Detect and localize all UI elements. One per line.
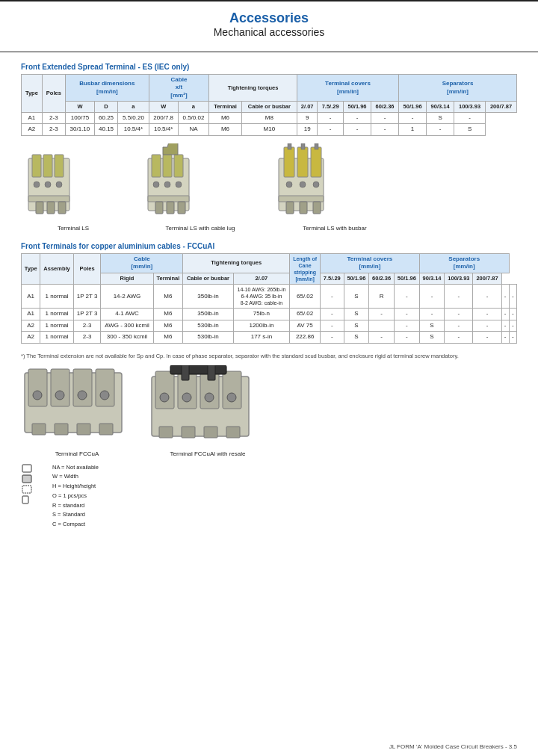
svg-rect-68 (22, 496, 28, 504)
svg-rect-53 (223, 371, 241, 409)
svg-rect-28 (315, 143, 318, 149)
table-row: A1 1 normal 1P 2T 3 4-1 AWC M6 350lb-in … (22, 309, 517, 320)
svg-rect-55 (182, 365, 189, 380)
legend-icon-svg (21, 463, 45, 504)
svg-rect-1 (32, 155, 41, 177)
image-terminal-ls-busbar: Terminal LS with busbar (275, 143, 395, 232)
col-tightening-group: Tightening torques (209, 75, 297, 102)
col2-type: Type (22, 253, 40, 284)
terminal-fccua-svg (21, 365, 133, 447)
legend-inner: NA = Not available W = Width H = Height/… (21, 463, 517, 530)
images-row-2: Terminal FCCuA Terminal FCCuAl with res (0, 365, 538, 457)
svg-rect-26 (288, 143, 291, 149)
svg-rect-5 (36, 202, 43, 214)
col2-100393: 100/3.93 (445, 273, 473, 285)
terminal-ls-busbar-svg (275, 143, 395, 222)
svg-rect-6 (47, 202, 55, 214)
legend-item-w: W = Width (52, 472, 99, 482)
svg-rect-64 (226, 427, 240, 438)
col-100393: 100/3.93 (454, 102, 486, 113)
svg-rect-30 (286, 202, 294, 214)
svg-point-34 (300, 182, 306, 188)
svg-rect-27 (301, 143, 305, 149)
svg-rect-7 (58, 202, 66, 214)
col2-cable-group: Cable[mm/in] (101, 253, 183, 273)
col-a2: a (178, 102, 209, 113)
col2-s50196: 50/1.96 (394, 273, 419, 285)
col2-60236: 60/2.36 (369, 273, 395, 285)
svg-point-8 (34, 182, 40, 188)
col-terminal-group: Terminal covers[mm/in] (297, 75, 398, 102)
image-terminal-ls-cable: Terminal LS with cable lug (140, 143, 260, 232)
col2-7529: 7.5/.29 (321, 273, 344, 285)
svg-point-9 (45, 182, 51, 188)
col2-rigid: Rigid (101, 273, 153, 285)
svg-rect-32 (313, 202, 321, 214)
images-row-1: Terminal LS Terminal LS with cable lug (0, 143, 538, 232)
col2-separators-group: Separators[mm/in] (419, 253, 509, 273)
header-divider (0, 52, 538, 52)
svg-rect-40 (96, 369, 114, 406)
col-poles: Poles (42, 75, 65, 113)
col-separators-group: Separators[mm/in] (399, 75, 517, 102)
svg-rect-17 (167, 202, 174, 214)
main-title: Accessories (0, 10, 538, 26)
footnote: *) The Terminal extension are not availa… (0, 351, 538, 361)
table-row: A1 1 normal 1P 2T 3 14-2 AWG M6 350lb-in… (22, 285, 517, 309)
svg-point-20 (164, 182, 170, 188)
col2-tightening-group: Tightening torques (183, 253, 290, 273)
svg-rect-50 (155, 371, 174, 409)
col-terminal: Terminal (209, 102, 242, 113)
col-200787: 200/7.87 (486, 102, 517, 113)
section2-title: Front Terminals for copper aluminium cab… (21, 242, 517, 250)
page-header: Accessories Mechanical accessories (0, 10, 538, 38)
svg-point-21 (176, 182, 182, 188)
svg-rect-15 (148, 196, 189, 202)
table-row: A2 2-3 30/1.10 40.15 10.5/4* 10.5/4* NA … (22, 124, 517, 135)
terminal-fccual-resale-svg (148, 365, 268, 447)
col-207: 2/.07 (297, 102, 317, 113)
svg-rect-13 (163, 155, 172, 177)
svg-rect-29 (279, 196, 324, 202)
col-a: a (118, 102, 149, 113)
col-type: Type (22, 75, 43, 113)
svg-point-59 (205, 393, 214, 402)
svg-rect-24 (297, 147, 308, 177)
svg-rect-3 (55, 155, 64, 177)
col-busbar-group: Busbar dimensions[mm/in] (65, 75, 149, 102)
col2-200787: 200/7.87 (473, 273, 501, 285)
svg-rect-31 (300, 202, 307, 214)
image-label-terminal-ls-cable: Terminal LS with cable lug (166, 225, 235, 232)
col-D: D (94, 102, 117, 113)
svg-rect-25 (311, 147, 321, 177)
image-label-terminal-ls: Terminal LS (58, 225, 89, 232)
table-row: A1 2-3 100/75 60.25 5.5/0.20 200/7.8 0.5… (22, 112, 517, 123)
image-label-terminal-ls-busbar: Terminal LS with busbar (303, 225, 366, 232)
col-60236: 60/2.36 (371, 102, 399, 113)
svg-rect-23 (284, 147, 294, 177)
image-terminal-fccual-resale: Terminal FCCuAl with resale (148, 365, 268, 457)
svg-point-43 (78, 391, 87, 400)
legend-item-c: C = Compact (52, 520, 99, 530)
svg-rect-61 (159, 427, 173, 438)
col2-90314: 90/3.14 (419, 273, 445, 285)
col-cable-busbar: Cable or busbar (241, 102, 297, 113)
image-label-fccual-resale: Terminal FCCuAl with resale (170, 450, 246, 457)
svg-point-10 (56, 182, 62, 188)
section1-title: Front Extended Spread Terminal - ES (IEC… (21, 63, 517, 71)
terminal-ls-cable-svg (140, 143, 260, 222)
svg-rect-63 (204, 427, 217, 438)
svg-rect-2 (43, 155, 52, 177)
section2: Front Terminals for copper aluminium cab… (0, 242, 538, 344)
svg-point-57 (160, 393, 169, 402)
legend-item-r: R = standard (52, 501, 99, 511)
svg-rect-56 (208, 365, 215, 380)
col-90314: 90/3.14 (427, 102, 454, 113)
svg-rect-18 (178, 202, 185, 214)
svg-rect-54 (170, 365, 226, 374)
svg-rect-47 (77, 424, 90, 435)
image-label-fccua: Terminal FCCuA (55, 450, 99, 457)
svg-rect-46 (55, 424, 68, 435)
col-W2: W (149, 102, 178, 113)
svg-rect-66 (22, 475, 31, 483)
